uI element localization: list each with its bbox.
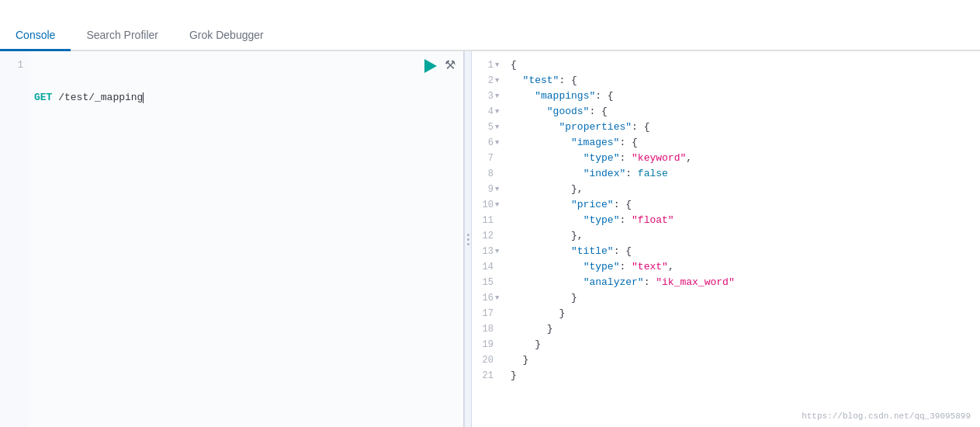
response-panel: 123456789101112131415161718192021 { "tes… <box>472 51 980 427</box>
response-content-line: } <box>511 290 974 306</box>
drag-dot <box>467 243 469 245</box>
response-content-line: } <box>511 368 974 384</box>
tab-console[interactable]: Console <box>0 21 71 51</box>
fold-arrow[interactable] <box>495 290 503 306</box>
response-content-line: "images": { <box>511 135 974 151</box>
tab-search-profiler[interactable]: Search Profiler <box>71 21 174 51</box>
response-line-numbers: 123456789101112131415161718192021 <box>472 51 511 427</box>
response-content-line: "index": false <box>511 166 974 182</box>
response-content-line: } <box>511 352 974 368</box>
response-line-number: 8 <box>478 166 507 182</box>
response-line-number: 1 <box>478 57 507 73</box>
response-line-number: 6 <box>478 135 507 151</box>
response-line-number: 21 <box>478 368 507 384</box>
response-content-line: "price": { <box>511 197 974 213</box>
response-content-line: "goods": { <box>511 104 974 120</box>
request-path: /test/_mapping <box>52 90 143 106</box>
fold-arrow[interactable] <box>495 197 503 213</box>
play-icon <box>424 59 437 73</box>
fold-arrow[interactable] <box>495 73 503 89</box>
response-line-number: 12 <box>478 228 507 244</box>
response-content-line: } <box>511 337 974 352</box>
tab-grok-debugger[interactable]: Grok Debugger <box>174 21 279 51</box>
http-method: GET <box>34 90 52 106</box>
drag-dot <box>467 238 469 241</box>
response-line-number: 18 <box>478 321 507 337</box>
editor-line-numbers: 1 <box>0 51 28 427</box>
response-line-number: 3 <box>478 89 507 104</box>
settings-icon[interactable]: ⚒ <box>445 57 455 75</box>
response-line-number: 9 <box>478 182 507 197</box>
text-cursor <box>143 92 144 103</box>
response-line-number: 2 <box>478 73 507 89</box>
main-area: ⚒ 1 GET /test/_mapping 12345678910111213… <box>0 51 980 427</box>
editor-content[interactable]: GET /test/_mapping <box>28 51 463 427</box>
response-line-number: 5 <box>478 120 507 135</box>
response-content-line: "type": "text", <box>511 259 974 275</box>
response-content-line: } <box>511 321 974 337</box>
response-content-line: { <box>511 57 974 73</box>
top-navigation: Console Search Profiler Grok Debugger <box>0 0 980 51</box>
response-line-number: 7 <box>478 151 507 166</box>
response-content: { "test": { "mappings": { "goods": { "pr… <box>511 51 980 427</box>
editor-panel: ⚒ 1 GET /test/_mapping <box>0 51 464 427</box>
fold-arrow[interactable] <box>495 104 503 120</box>
response-line-number: 11 <box>478 213 507 228</box>
fold-arrow[interactable] <box>495 244 503 259</box>
fold-arrow[interactable] <box>495 120 503 135</box>
editor-toolbar: ⚒ <box>423 57 455 75</box>
response-content-line: }, <box>511 182 974 197</box>
response-content-line: "title": { <box>511 244 974 259</box>
response-content-line: "type": "float" <box>511 213 974 228</box>
fold-arrow[interactable] <box>495 57 503 73</box>
fold-arrow[interactable] <box>495 182 503 197</box>
response-line-number: 16 <box>478 290 507 306</box>
editor-area: 1 GET /test/_mapping <box>0 51 463 427</box>
response-content-line: } <box>511 306 974 321</box>
response-content-line: "mappings": { <box>511 89 974 104</box>
response-line-number: 17 <box>478 306 507 321</box>
panel-resizer[interactable] <box>464 51 472 427</box>
fold-arrow[interactable] <box>495 135 503 151</box>
response-content-line: "properties": { <box>511 120 974 135</box>
fold-arrow[interactable] <box>495 89 503 104</box>
run-button[interactable] <box>423 57 438 75</box>
response-line-number: 13 <box>478 244 507 259</box>
response-content-line: "type": "keyword", <box>511 151 974 166</box>
response-content-line: "test": { <box>511 73 974 89</box>
response-content-line: }, <box>511 228 974 244</box>
response-line-number: 19 <box>478 337 507 352</box>
response-line-number: 4 <box>478 104 507 120</box>
watermark: https://blog.csdn.net/qq_39095899 <box>802 411 971 421</box>
response-line-number: 10 <box>478 197 507 213</box>
response-line-number: 14 <box>478 259 507 275</box>
response-line-number: 15 <box>478 275 507 290</box>
response-content-line: "analyzer": "ik_max_word" <box>511 275 974 290</box>
drag-dot <box>467 234 469 236</box>
response-line-number: 20 <box>478 352 507 368</box>
